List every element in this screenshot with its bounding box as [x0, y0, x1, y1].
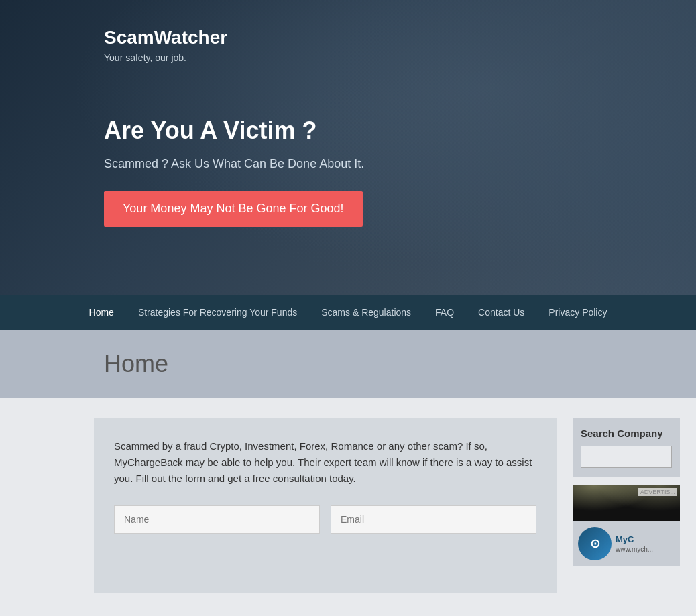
- ad-url: www.mych...: [616, 546, 653, 553]
- sidebar-ad: ADVERTIS... ⊙ MyC www.mych...: [573, 485, 680, 566]
- nav-item-home[interactable]: Home: [77, 296, 126, 328]
- sidebar-search-box: Search Company: [573, 418, 680, 477]
- page-title-bar: Home: [0, 330, 696, 398]
- ad-brand: MyC: [616, 534, 653, 544]
- email-input[interactable]: [331, 505, 536, 534]
- ad-inner: ⊙ MyC www.mych...: [573, 485, 680, 566]
- hero-content: ScamWatcher Your safety, our job. Are Yo…: [104, 27, 696, 227]
- site-title: ScamWatcher: [104, 27, 696, 48]
- sidebar-search-title: Search Company: [581, 428, 672, 439]
- nav-item-contact[interactable]: Contact Us: [466, 296, 536, 328]
- content-card: Scammed by a fraud Crypto, Investment, F…: [94, 418, 557, 593]
- nav-item-privacy[interactable]: Privacy Policy: [536, 296, 619, 328]
- main-content: Scammed by a fraud Crypto, Investment, F…: [0, 398, 696, 613]
- content-text: Scammed by a fraud Crypto, Investment, F…: [114, 438, 536, 487]
- ad-label: ADVERTIS...: [638, 488, 677, 496]
- name-input[interactable]: [114, 505, 320, 534]
- ad-logo-text: ⊙: [590, 536, 600, 551]
- contact-form: [114, 505, 536, 534]
- navbar: Home Strategies For Recovering Your Fund…: [0, 295, 696, 330]
- navbar-inner: Home Strategies For Recovering Your Fund…: [77, 296, 620, 328]
- hero-heading: Are You A Victim ?: [104, 117, 696, 145]
- ad-text-area: MyC www.mych...: [616, 534, 653, 553]
- hero-section: ScamWatcher Your safety, our job. Are Yo…: [0, 0, 696, 295]
- nav-item-strategies[interactable]: Strategies For Recovering Your Funds: [126, 296, 309, 328]
- nav-item-scams[interactable]: Scams & Regulations: [309, 296, 423, 328]
- page-title: Home: [104, 350, 696, 378]
- nav-item-faq[interactable]: FAQ: [423, 296, 466, 328]
- site-tagline: Your safety, our job.: [104, 52, 696, 63]
- ad-logo: ⊙: [578, 527, 612, 560]
- sidebar-search-input[interactable]: [581, 446, 672, 468]
- hero-subheading: Scammed ? Ask Us What Can Be Done About …: [104, 157, 696, 171]
- sidebar: Search Company ADVERTIS... ⊙ MyC www.myc…: [573, 418, 680, 566]
- hero-cta-button[interactable]: Your Money May Not Be Gone For Good!: [104, 191, 363, 227]
- ad-content: ⊙ MyC www.mych...: [573, 521, 680, 566]
